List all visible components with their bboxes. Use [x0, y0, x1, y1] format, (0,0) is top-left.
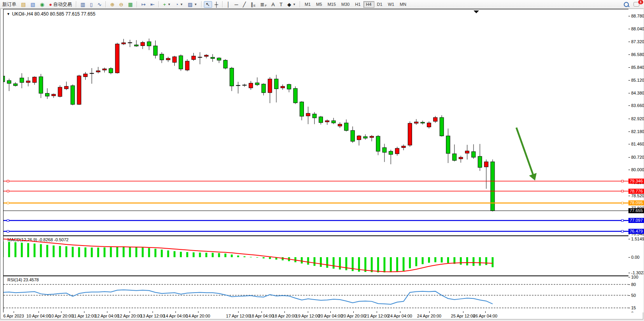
- auto-scroll-icon[interactable]: ↦: [139, 1, 147, 8]
- timeframe-m1-button[interactable]: M1: [302, 1, 313, 8]
- time-label: 18 Apr 20:00: [272, 314, 297, 318]
- text-label-icon[interactable]: T: [277, 1, 284, 8]
- auto-trading-button[interactable]: ●自动交易: [47, 1, 74, 8]
- chart-shift-marker-icon[interactable]: [474, 11, 479, 13]
- market-watch-icon[interactable]: ▤: [19, 1, 28, 8]
- time-label: 12 Apr 20:00: [118, 314, 142, 318]
- macd-histogram-bar: [186, 252, 188, 257]
- line-handle[interactable]: [7, 219, 9, 221]
- axis-tick-mark: [628, 196, 630, 196]
- candle: [414, 122, 418, 123]
- crosshair-icon[interactable]: ┼: [213, 1, 220, 8]
- time-tick-mark: [130, 311, 130, 313]
- line-handle[interactable]: [621, 202, 623, 204]
- bar-chart-icon[interactable]: ▥: [79, 1, 87, 8]
- timeframe-w1-button[interactable]: W1: [385, 1, 397, 8]
- candle: [4, 76, 5, 82]
- axis-tick-mark: [628, 16, 630, 16]
- macd-histogram-bar: [320, 257, 322, 267]
- time-tick-mark: [61, 311, 61, 313]
- chart-window: ▼ UKOil-,H4 80.450 80.585 77.615 77.655 …: [0, 9, 643, 319]
- line-handle[interactable]: [7, 190, 9, 192]
- macd-histogram-bar: [479, 257, 481, 266]
- zoom-out-icon[interactable]: ⊖: [117, 1, 125, 8]
- macd-histogram-bar: [428, 257, 430, 263]
- macd-histogram-bar: [491, 257, 493, 267]
- rsi-indicator-panel[interactable]: RSI(14) 23.4578: [3, 276, 629, 313]
- fibonacci-icon[interactable]: ≣F: [258, 1, 269, 8]
- line-handle[interactable]: [621, 180, 623, 182]
- line-handle[interactable]: [621, 219, 623, 221]
- timeframe-m5-button[interactable]: M5: [313, 1, 325, 8]
- new-order-button[interactable]: 新订单: [0, 1, 18, 8]
- line-handle[interactable]: [621, 190, 623, 192]
- candle: [52, 94, 56, 96]
- timeframe-m15-button[interactable]: M15: [325, 1, 339, 8]
- signals-icon[interactable]: ◉: [38, 1, 46, 8]
- candlestick-chart[interactable]: [4, 9, 628, 235]
- time-tick-mark: [39, 311, 39, 313]
- macd-histogram-bar: [4, 242, 4, 257]
- time-label: 14 Apr 04:00: [163, 314, 188, 318]
- macd-histogram-bar: [434, 257, 436, 262]
- channel-icon[interactable]: ∥E: [249, 1, 258, 8]
- time-axis[interactable]: 6 Apr 202310 Apr 04:0010 Apr 20:0011 Apr…: [1, 312, 643, 319]
- tile-windows-icon[interactable]: ▦: [126, 1, 135, 8]
- time-tick-mark: [429, 311, 430, 313]
- shapes-icon[interactable]: ◆▼: [285, 1, 298, 8]
- arrow-annotation-line[interactable]: [516, 128, 533, 176]
- data-window-icon[interactable]: ▧: [28, 1, 37, 8]
- time-tick-mark: [377, 311, 377, 313]
- timeframe-h4-button[interactable]: H4: [363, 1, 374, 8]
- timeframe-h1-button[interactable]: H1: [352, 1, 363, 8]
- zoom-in-icon[interactable]: ⊕: [108, 1, 116, 8]
- rsi-chart[interactable]: [4, 276, 628, 313]
- candle: [26, 81, 30, 82]
- market-watch-icon: ▤: [21, 2, 26, 7]
- candle: [325, 121, 329, 122]
- axis-tick-mark: [628, 67, 630, 68]
- macd-histogram-bar: [396, 257, 398, 272]
- macd-histogram-bar: [466, 257, 468, 265]
- macd-histogram-bar: [97, 247, 99, 257]
- timeframe-m30-button[interactable]: M30: [339, 1, 352, 8]
- periods-icon[interactable]: ◔▼: [174, 1, 185, 8]
- macd-indicator-panel[interactable]: MACD(12,26,9) -0.8268 -0.5072: [3, 236, 629, 276]
- add-indicator-icon[interactable]: +▼: [161, 1, 173, 8]
- time-tick-mark: [175, 311, 176, 313]
- macd-histogram-bar: [148, 248, 150, 257]
- vertical-line-icon[interactable]: │: [225, 1, 232, 8]
- trendline-icon[interactable]: ╱: [241, 1, 248, 8]
- timeframe-d1-button[interactable]: D1: [374, 1, 385, 8]
- macd-histogram-bar: [326, 257, 328, 268]
- templates-icon[interactable]: ▨▼: [186, 1, 199, 8]
- cursor-icon[interactable]: ↖: [204, 1, 212, 8]
- candle: [421, 122, 425, 123]
- macd-histogram-bar: [59, 246, 61, 257]
- candle: [293, 88, 297, 103]
- candlestick-chart-icon[interactable]: ▯: [88, 1, 95, 8]
- chat-button[interactable]: 1: [632, 1, 641, 8]
- candle: [84, 74, 88, 77]
- text-icon[interactable]: A: [270, 1, 277, 8]
- line-handle[interactable]: [7, 230, 9, 232]
- candle: [274, 79, 278, 89]
- price-chart-panel[interactable]: ▼ UKOil-,H4 80.450 80.585 77.615 77.655: [3, 9, 629, 236]
- macd-chart[interactable]: [4, 236, 628, 275]
- macd-histogram-bar: [161, 249, 163, 257]
- line-handle[interactable]: [7, 202, 9, 204]
- line-handle[interactable]: [621, 230, 623, 232]
- axis-tick-mark: [628, 93, 630, 93]
- candle: [211, 57, 215, 58]
- macd-histogram-bar: [237, 256, 239, 257]
- timeframe-mn-button[interactable]: MN: [397, 1, 409, 8]
- price-tick-label: 80.720: [631, 155, 644, 160]
- chart-shift-icon[interactable]: ⇤: [148, 1, 156, 8]
- horizontal-line-icon[interactable]: ─: [233, 1, 240, 8]
- candle: [115, 44, 119, 73]
- search-button[interactable]: [622, 1, 631, 8]
- line-chart-icon[interactable]: ∿: [95, 1, 104, 8]
- toolbar-separator: [137, 1, 137, 7]
- line-handle[interactable]: [7, 180, 9, 182]
- price-axis[interactable]: 88.78088.04087.32086.58085.84085.12084.3…: [628, 9, 643, 312]
